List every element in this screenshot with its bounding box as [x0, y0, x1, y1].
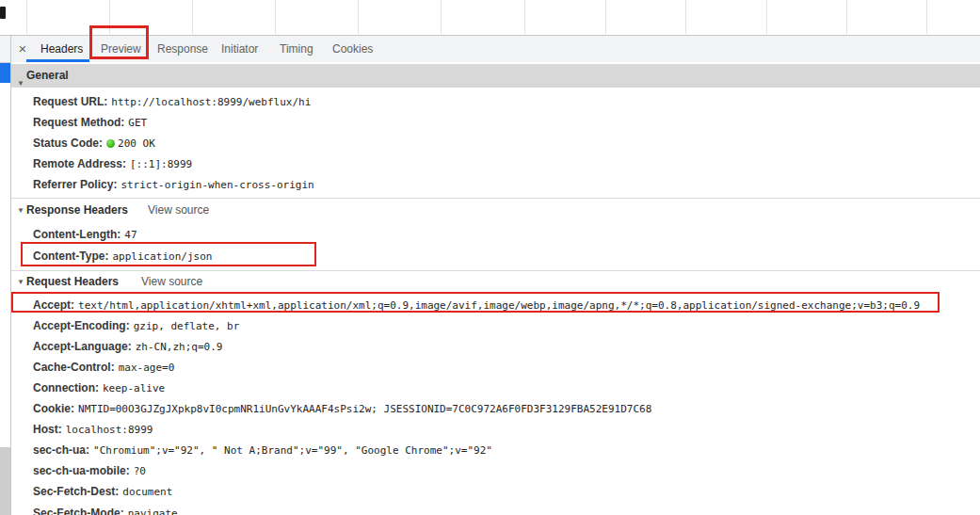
header-row-status-code: Status Code:200 OK [33, 135, 155, 149]
annotation-box-preview-tab [89, 25, 149, 59]
scrollbar-thumb[interactable] [0, 447, 10, 515]
header-row-sec-ch-ua: sec-ch-ua:"Chromium";v="92", " Not A;Bra… [33, 442, 492, 456]
section-divider [11, 198, 980, 199]
tab-headers[interactable]: Headers [40, 36, 83, 62]
header-value: zh-CN,zh;q=0.9 [136, 341, 223, 353]
tab-response[interactable]: Response [157, 36, 208, 62]
header-name: Request URL: [33, 95, 107, 108]
header-row-host: Host:localhost:8999 [33, 421, 153, 435]
collapse-triangle-icon: ▼ [17, 72, 24, 95]
header-name: Host: [33, 423, 62, 436]
header-name: Sec-Fetch-Mode: [33, 507, 124, 515]
section-title: Response Headers [26, 203, 128, 217]
header-row-cache-control: Cache-Control:max-age=0 [33, 359, 174, 373]
header-value: 47 [124, 229, 137, 241]
headers-pane: ▼ General Request URL:http://localhost:8… [11, 62, 980, 515]
header-row-request-url: Request URL:http://localhost:8999/webflu… [33, 93, 311, 107]
header-name: Connection: [33, 381, 99, 394]
header-row-remote-address: Remote Address:[::1]:8999 [33, 155, 192, 169]
header-row-accept-encoding: Accept-Encoding:gzip, deflate, br [33, 317, 239, 331]
section-general[interactable]: ▼ General [11, 64, 980, 88]
header-name: Request Method: [33, 116, 124, 129]
header-row-connection: Connection:keep-alive [33, 379, 165, 394]
header-value: strict-origin-when-cross-origin [120, 179, 313, 191]
header-row-sec-fetch-dest: Sec-Fetch-Dest:document [33, 483, 172, 497]
collapse-triangle-icon: ▼ [17, 204, 24, 217]
selected-request-indicator[interactable] [0, 63, 10, 83]
header-value: max-age=0 [119, 362, 175, 374]
header-value: [::1]:8999 [130, 158, 192, 170]
header-value: http://localhost:8999/webflux/hi [111, 96, 311, 108]
tab-initiator[interactable]: Initiator [221, 36, 258, 62]
header-value: gzip, deflate, br [134, 320, 240, 332]
header-name: sec-ch-ua-mobile: [33, 464, 130, 477]
header-name: Accept-Encoding: [33, 319, 130, 332]
header-value: NMTID=00O3GJZgJXpkp8vI0cpmNR1iUnGvYkAAAF… [78, 403, 651, 415]
header-value: "Chromium";v="92", " Not A;Brand";v="99"… [93, 444, 492, 457]
header-name: Sec-Fetch-Dest: [33, 485, 119, 498]
devtools-network-headers-panel: × Headers Preview Response Initiator Tim… [0, 0, 980, 515]
status-ok-icon [106, 139, 115, 148]
annotation-box-content-type [21, 242, 316, 266]
annotation-box-accept [11, 292, 940, 313]
header-value: document [122, 486, 172, 498]
tab-timing[interactable]: Timing [280, 36, 313, 62]
collapse-triangle-icon: ▼ [17, 276, 24, 289]
header-value: localhost:8999 [66, 424, 153, 436]
header-value: navigate [128, 507, 178, 515]
clipped-text-fragment [0, 7, 6, 19]
header-name: Accept-Language: [33, 340, 132, 353]
tab-cookies[interactable]: Cookies [332, 36, 373, 62]
header-name: Remote Address: [33, 157, 126, 170]
close-icon[interactable]: × [14, 36, 31, 62]
header-name: Cache-Control: [33, 361, 115, 374]
section-title: Request Headers [26, 275, 119, 288]
header-name: Status Code: [33, 137, 103, 150]
header-row-accept-language: Accept-Language:zh-CN,zh;q=0.9 [33, 338, 222, 352]
header-row-sec-fetch-mode: Sec-Fetch-Mode:navigate [33, 505, 178, 515]
view-source-link[interactable]: View source [141, 275, 202, 288]
header-name: Cookie: [33, 402, 74, 415]
header-value: GET [128, 117, 147, 129]
section-title: General [26, 64, 69, 88]
header-row-content-length: Content-Length:47 [33, 226, 137, 240]
header-row-request-method: Request Method:GET [33, 114, 147, 128]
header-value: 200 OK [118, 137, 155, 150]
section-divider [11, 270, 980, 271]
header-value: keep-alive [103, 382, 165, 394]
header-value: ?0 [134, 465, 146, 477]
header-row-cookie: Cookie:NMTID=00O3GJZgJXpkp8vI0cpmNR1iUnG… [33, 400, 651, 414]
header-name: Referrer Policy: [33, 178, 117, 191]
header-name: Content-Length: [33, 228, 120, 241]
view-source-link[interactable]: View source [148, 203, 209, 217]
header-row-sec-ch-ua-mobile: sec-ch-ua-mobile:?0 [33, 462, 146, 476]
header-row-referrer-policy: Referrer Policy:strict-origin-when-cross… [33, 176, 314, 190]
header-name: sec-ch-ua: [33, 443, 89, 457]
